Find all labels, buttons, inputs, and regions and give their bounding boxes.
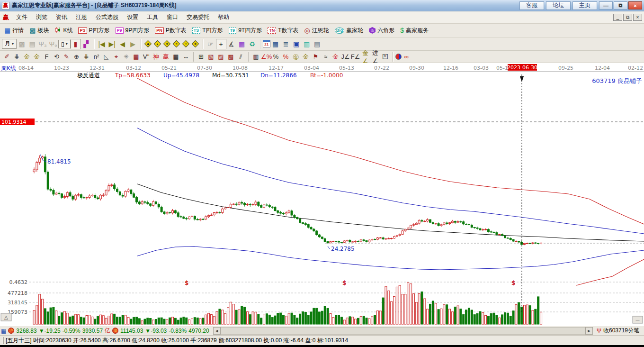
close-button[interactable]: × <box>628 1 642 9</box>
child-restore-button[interactable]: ⧉ <box>623 14 632 21</box>
draw-tool-35[interactable]: J∠ <box>340 53 350 60</box>
menu-0[interactable]: 文件 <box>12 12 32 23</box>
draw-tool-8[interactable]: ⋕ <box>81 53 91 60</box>
draw-tool-38[interactable]: 进∠ <box>370 49 380 64</box>
horizontal-scrollbar[interactable]: ◄ ► <box>213 327 593 335</box>
draw-tool-26[interactable]: ▥ <box>251 53 261 60</box>
menu-6[interactable]: 工具 <box>143 12 162 23</box>
wave9-icon[interactable]: Ψ₉ <box>48 39 58 49</box>
sectors-button[interactable]: ▩板块 <box>27 26 51 36</box>
draw-tool-28[interactable]: % <box>271 53 281 60</box>
pattern-icon[interactable]: ▩ <box>17 39 27 49</box>
menu-1[interactable]: 浏览 <box>32 12 52 23</box>
quote-grid-icon[interactable]: ▦ <box>1 328 6 334</box>
draw-tool-7[interactable]: ⊕ <box>72 53 81 60</box>
crosshair-tool[interactable]: + <box>216 39 226 49</box>
draw-tool-36[interactable]: F∠ <box>350 53 360 60</box>
clipboard-icon[interactable]: ▤ <box>27 39 37 49</box>
child-minimize-button[interactable]: _ <box>613 14 622 21</box>
gann-wheel-button[interactable]: ◎江恩轮 <box>302 26 331 36</box>
hexagon-button[interactable]: ◎六角形 <box>367 26 397 36</box>
draw-tool-39[interactable]: 凹 <box>380 53 390 61</box>
draw-tool-6[interactable]: ✎ <box>62 53 72 60</box>
wave3-icon[interactable]: Ψ₃ <box>37 39 48 49</box>
gann-tool-diamond-3[interactable]: ✚ <box>162 39 172 49</box>
p-square-button[interactable]: PSP四方形 <box>76 26 112 36</box>
menu-4[interactable]: 公式选股 <box>91 12 123 23</box>
notepad-icon[interactable]: ≣ <box>281 39 291 49</box>
minimize-button[interactable]: — <box>599 1 613 9</box>
draw-tool-22[interactable]: ▨ <box>216 53 226 60</box>
draw-tool-9[interactable]: n² <box>91 53 101 60</box>
draw-tool-12[interactable]: ✳ <box>121 53 131 60</box>
draw-tool-3[interactable]: 金 <box>32 53 42 61</box>
draw-tool-14[interactable]: Ⅴ" <box>141 53 151 60</box>
angle-tool[interactable]: ∡ <box>226 39 237 49</box>
titlebar-button-0[interactable]: 客服 <box>519 1 544 10</box>
draw-tool-21[interactable]: ▧ <box>206 53 216 60</box>
draw-tool-1[interactable]: ⋕ <box>12 53 22 60</box>
draw-tool-2[interactable]: 金 <box>22 53 32 61</box>
draw-tool-32[interactable]: ⚑ <box>311 53 321 60</box>
menu-9[interactable]: 帮助 <box>214 12 233 23</box>
titlebar-button-2[interactable]: 主页 <box>572 1 597 10</box>
gann-tool-diamond-2[interactable]: ● <box>153 39 162 49</box>
gann-tool-diamond-5[interactable]: ✛ <box>181 39 191 49</box>
menu-2[interactable]: 资讯 <box>52 12 72 23</box>
menu-5[interactable]: 设置 <box>123 12 143 23</box>
draw-tool-37[interactable]: 金∠ <box>360 49 370 64</box>
draw-tool-30[interactable]: ㊎ <box>291 53 301 61</box>
draw-tool-31[interactable]: 金 <box>301 53 311 61</box>
kline-chart[interactable]: 08-1410-2312-3103-1205-2107-3010-0812-17… <box>0 63 644 326</box>
t-square-button[interactable]: TST四方形 <box>190 26 225 36</box>
restore-button[interactable]: ⧉ <box>614 1 627 9</box>
gann-tool-diamond-1[interactable]: ◆ <box>143 39 153 49</box>
p-number-table-button[interactable]: PNP数字表 <box>152 26 189 36</box>
draw-tool-0[interactable]: ✐ <box>2 53 12 60</box>
menu-8[interactable]: 交易委托 <box>182 12 214 23</box>
titlebar-button-1[interactable]: 论坛 <box>546 1 571 10</box>
draw-tool-17[interactable]: ▦ <box>171 53 181 60</box>
draw-tool-29[interactable]: % <box>281 53 291 60</box>
prev-bar-button[interactable]: ◀ <box>117 39 128 49</box>
draw-tool-10[interactable]: ◺ <box>101 53 111 60</box>
t-number-table-button[interactable]: TNT数字表 <box>265 26 301 36</box>
calculator-icon[interactable]: ▦ <box>270 39 281 49</box>
draw-tool-16[interactable]: 赢 <box>161 53 171 61</box>
gann-tool-diamond-4[interactable]: ✳ <box>172 39 181 49</box>
scroll-right-button[interactable]: ► <box>585 327 593 335</box>
quotes-button[interactable]: ▦行情 <box>2 26 26 36</box>
last-bar-button[interactable]: ▶| <box>107 39 117 49</box>
draw-tool-42[interactable]: ∞ <box>402 53 411 60</box>
draw-tool-5[interactable]: ⟲ <box>52 53 62 60</box>
draw-tool-20[interactable]: ⊞ <box>196 53 206 60</box>
kline-button[interactable]: K线 <box>52 26 75 36</box>
menu-7[interactable]: 窗口 <box>162 12 182 23</box>
hand-tool[interactable]: ☞ <box>206 39 216 49</box>
scrollbar-track[interactable] <box>221 327 585 335</box>
cycle-tool[interactable]: ♻ <box>247 39 258 49</box>
kline-chart-icon[interactable]: ▮ <box>71 39 81 49</box>
draw-tool-33[interactable]: ≈ <box>321 53 331 60</box>
menu-3[interactable]: 江恩 <box>72 12 91 23</box>
yinyang-tool-icon[interactable] <box>395 54 402 60</box>
draw-tool-24[interactable]: ⫽ <box>236 53 246 61</box>
next-bar-button[interactable]: ▶ <box>128 39 138 49</box>
draw-tool-27[interactable]: ∠% <box>261 53 271 60</box>
draw-tool-23[interactable]: ▩ <box>226 53 236 60</box>
9t-square-button[interactable]: T99T四方形 <box>226 26 265 36</box>
calendar-icon[interactable]: 21 <box>263 40 270 47</box>
draw-tool-15[interactable]: 神 <box>151 53 161 61</box>
winner-service-button[interactable]: $赢家服务 <box>398 26 431 36</box>
gann-tool-diamond-6[interactable]: ❋ <box>191 39 200 49</box>
draw-tool-18[interactable]: ↔ <box>181 53 191 60</box>
colored-chart-icon[interactable]: ▞ <box>81 39 91 49</box>
first-bar-button[interactable]: |◀ <box>97 39 107 49</box>
scroll-left-button[interactable]: ◄ <box>213 327 221 335</box>
draw-tool-4[interactable]: F <box>42 53 52 60</box>
draw-tool-34[interactable]: 金 <box>331 53 340 61</box>
export-image-icon[interactable]: ▥ <box>302 39 312 49</box>
save-icon[interactable]: ▣ <box>291 39 302 49</box>
9p-square-button[interactable]: P99P四方形 <box>113 26 152 36</box>
print-icon[interactable]: ▤ <box>312 39 322 49</box>
